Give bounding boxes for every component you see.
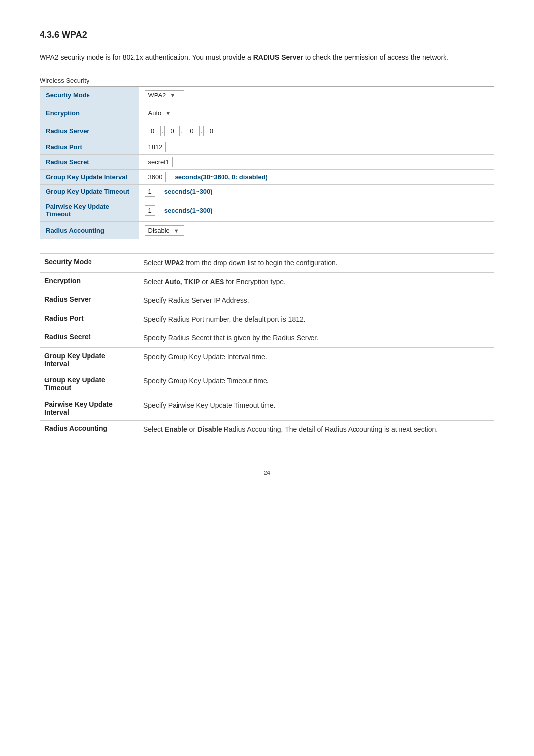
config-value: Disable▼: [139, 222, 494, 239]
config-row: Radius Server0.0.0.0: [40, 122, 494, 140]
dropdown-encryption[interactable]: Auto▼: [145, 108, 184, 118]
config-row: Group Key Update Timeout1seconds(1~300): [40, 185, 494, 199]
desc-row: Security ModeSelect WPA2 from the drop d…: [40, 254, 494, 273]
desc-bold-2: AES: [210, 278, 224, 285]
ip-dot: .: [162, 127, 164, 135]
config-value: WPA2▼: [139, 87, 494, 104]
config-value: Auto▼: [139, 104, 494, 122]
ip-octet-3[interactable]: 0: [203, 126, 219, 136]
config-value: 0.0.0.0: [139, 122, 494, 140]
config-row: Security ModeWPA2▼: [40, 87, 494, 104]
desc-bold: WPA2: [165, 259, 184, 267]
ip-input: 0.0.0.0: [145, 126, 220, 136]
desc-field-name: Security Mode: [40, 254, 138, 273]
config-label: Radius Port: [40, 140, 139, 155]
desc-bold-2: Disable: [197, 425, 222, 433]
ip-octet-2[interactable]: 0: [184, 126, 200, 136]
desc-row: Radius SecretSpecify Radius Secret that …: [40, 329, 494, 348]
intro-text-end: to check the permission of access the ne…: [305, 53, 448, 61]
desc-table: Security ModeSelect WPA2 from the drop d…: [40, 253, 494, 439]
desc-row: Pairwise Key UpdateIntervalSpecify Pairw…: [40, 396, 494, 421]
dropdown-security-mode[interactable]: WPA2▼: [145, 90, 184, 100]
page-title: 4.3.6 WPA2: [40, 30, 494, 40]
desc-field-name: Radius Port: [40, 310, 138, 329]
desc-row: Group Key UpdateTimeoutSpecify Group Key…: [40, 372, 494, 396]
config-value: secret1: [139, 155, 494, 170]
ip-octet-1[interactable]: 0: [164, 126, 180, 136]
text-input-group-key-update-interval[interactable]: 3600: [145, 172, 166, 182]
config-row: Group Key Update Interval3600seconds(30~…: [40, 170, 494, 185]
desc-field-desc: Specify Group Key Update Interval time.: [138, 348, 494, 372]
desc-bold-1: Auto, TKIP: [165, 278, 200, 285]
desc-field-name: Pairwise Key UpdateInterval: [40, 396, 138, 421]
hint-text: seconds(1~300): [164, 207, 213, 214]
ip-dot: .: [181, 127, 183, 135]
config-value: 3600seconds(30~3600, 0: disabled): [139, 170, 494, 185]
desc-field-desc: Select Auto, TKIP or AES for Encryption …: [138, 273, 494, 291]
intro-bold: RADIUS Server: [253, 53, 303, 61]
ip-dot: .: [201, 127, 203, 135]
desc-field-desc: Specify Radius Port number, the default …: [138, 310, 494, 329]
config-value: 1seconds(1~300): [139, 199, 494, 222]
wireless-security-label: Wireless Security: [40, 77, 494, 84]
config-value: 1seconds(1~300): [139, 185, 494, 199]
config-label: Encryption: [40, 104, 139, 122]
config-row: EncryptionAuto▼: [40, 104, 494, 122]
dropdown-arrow: ▼: [174, 228, 179, 234]
config-label: Radius Secret: [40, 155, 139, 170]
desc-row: Radius ServerSpecify Radius Server IP Ad…: [40, 291, 494, 310]
config-row: Pairwise Key Update Timeout1seconds(1~30…: [40, 199, 494, 222]
page-number: 24: [40, 469, 494, 476]
desc-field-name: Radius Server: [40, 291, 138, 310]
desc-field-name: Radius Accounting: [40, 421, 138, 439]
hint-text: seconds(30~3600, 0: disabled): [175, 173, 267, 181]
desc-field-name: Encryption: [40, 273, 138, 291]
desc-field-desc: Select Enable or Disable Radius Accounti…: [138, 421, 494, 439]
config-label: Radius Server: [40, 122, 139, 140]
config-row: Radius Secretsecret1: [40, 155, 494, 170]
desc-bold-1: Enable: [165, 425, 187, 433]
desc-row: Group Key UpdateIntervalSpecify Group Ke…: [40, 348, 494, 372]
desc-row: Radius AccountingSelect Enable or Disabl…: [40, 421, 494, 439]
dropdown-arrow: ▼: [170, 93, 175, 98]
config-label: Security Mode: [40, 87, 139, 104]
desc-field-desc: Specify Pairwise Key Update Timeout time…: [138, 396, 494, 421]
desc-row: EncryptionSelect Auto, TKIP or AES for E…: [40, 273, 494, 291]
config-label: Radius Accounting: [40, 222, 139, 239]
desc-row: Radius PortSpecify Radius Port number, t…: [40, 310, 494, 329]
dropdown-arrow: ▼: [165, 110, 171, 116]
text-input-radius-secret[interactable]: secret1: [145, 157, 173, 167]
desc-field-desc: Select WPA2 from the drop down list to b…: [138, 254, 494, 273]
desc-field-desc: Specify Radius Secret that is given by t…: [138, 329, 494, 348]
config-value: 1812: [139, 140, 494, 155]
dropdown-radius-accounting[interactable]: Disable▼: [145, 225, 184, 236]
config-row: Radius AccountingDisable▼: [40, 222, 494, 239]
config-label: Group Key Update Interval: [40, 170, 139, 185]
config-label: Group Key Update Timeout: [40, 185, 139, 199]
config-table: Security ModeWPA2▼EncryptionAuto▼Radius …: [40, 86, 494, 239]
config-label: Pairwise Key Update Timeout: [40, 199, 139, 222]
config-row: Radius Port1812: [40, 140, 494, 155]
text-input-pairwise-key-update-timeout[interactable]: 1: [145, 205, 155, 216]
desc-field-name: Group Key UpdateInterval: [40, 348, 138, 372]
ip-octet-0[interactable]: 0: [145, 126, 161, 136]
text-input-radius-port[interactable]: 1812: [145, 142, 166, 152]
desc-field-desc: Specify Group Key Update Timeout time.: [138, 372, 494, 396]
desc-field-name: Radius Secret: [40, 329, 138, 348]
hint-text: seconds(1~300): [164, 188, 213, 195]
intro-text-start: WPA2 security mode is for 802.1x authent…: [40, 53, 253, 61]
intro-paragraph: WPA2 security mode is for 802.1x authent…: [40, 52, 494, 63]
text-input-group-key-update-timeout[interactable]: 1: [145, 187, 155, 197]
desc-field-name: Group Key UpdateTimeout: [40, 372, 138, 396]
desc-field-desc: Specify Radius Server IP Address.: [138, 291, 494, 310]
